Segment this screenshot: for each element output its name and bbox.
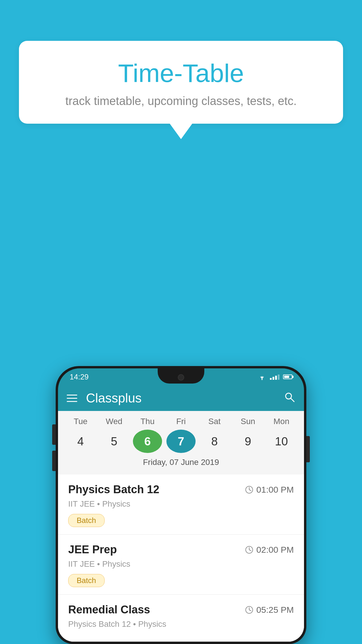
schedule-item-2[interactable]: JEE Prep 02:00 PM IIT JEE • Physics Batc… [58, 535, 304, 595]
wifi-icon [258, 374, 266, 380]
search-icon[interactable] [284, 391, 295, 405]
svg-point-0 [261, 379, 263, 380]
schedule-item-1-category: IIT JEE • Physics [68, 499, 294, 509]
app-header: Classplus [58, 385, 304, 411]
day-header-fri: Fri [166, 417, 196, 426]
bubble-title: Time-Table [34, 58, 328, 88]
svg-line-8 [249, 550, 251, 551]
volume-down-button [52, 451, 56, 471]
volume-up-button [52, 424, 56, 445]
calendar-strip: Tue Wed Thu Fri Sat Sun Mon 4 5 6 7 8 9 … [58, 411, 304, 475]
schedule-item-1-header: Physics Batch 12 01:00 PM [68, 483, 294, 496]
status-time: 14:29 [70, 372, 89, 382]
schedule-item-2-time: 02:00 PM [245, 545, 294, 555]
phone-wrapper: 14:29 [56, 366, 306, 644]
svg-line-5 [249, 490, 251, 491]
schedule-item-3-name: Remedial Class [68, 603, 150, 616]
status-bar: 14:29 [58, 368, 304, 385]
day-headers: Tue Wed Thu Fri Sat Sun Mon [58, 417, 304, 426]
schedule-list: Physics Batch 12 01:00 PM IIT JEE • Phys… [58, 475, 304, 642]
clock-icon-2 [245, 545, 254, 554]
schedule-item-2-category: IIT JEE • Physics [68, 559, 294, 569]
schedule-item-2-batch-tag: Batch [68, 574, 105, 587]
speech-bubble: Time-Table track timetable, upcoming cla… [19, 41, 343, 124]
day-header-wed: Wed [99, 417, 129, 426]
schedule-item-2-header: JEE Prep 02:00 PM [68, 543, 294, 556]
signal-icon [270, 374, 280, 380]
schedule-item-1-time: 01:00 PM [245, 485, 294, 495]
schedule-item-1-batch-tag: Batch [68, 514, 105, 527]
clock-icon-3 [245, 606, 254, 614]
battery-icon [283, 374, 292, 379]
day-header-mon: Mon [267, 417, 296, 426]
speech-bubble-section: Time-Table track timetable, upcoming cla… [19, 41, 343, 139]
clock-icon-1 [245, 485, 254, 494]
bubble-subtitle: track timetable, upcoming classes, tests… [34, 94, 328, 108]
menu-button[interactable] [67, 395, 77, 402]
schedule-item-3[interactable]: Remedial Class 05:25 PM Physics Batch 12… [58, 595, 304, 642]
notch [158, 368, 204, 384]
day-9[interactable]: 9 [233, 430, 263, 453]
schedule-item-3-category: Physics Batch 12 • Physics [68, 620, 294, 629]
phone-frame: 14:29 [56, 366, 306, 644]
day-5[interactable]: 5 [99, 430, 129, 453]
day-header-sun: Sun [233, 417, 263, 426]
day-7-selected[interactable]: 7 [166, 430, 196, 453]
schedule-item-1[interactable]: Physics Batch 12 01:00 PM IIT JEE • Phys… [58, 475, 304, 535]
day-header-thu: Thu [133, 417, 162, 426]
power-button [306, 436, 310, 462]
phone-screen: 14:29 [58, 368, 304, 642]
day-6-today[interactable]: 6 [133, 430, 162, 453]
day-4[interactable]: 4 [66, 430, 95, 453]
camera [178, 374, 184, 381]
day-header-tue: Tue [66, 417, 95, 426]
app-title: Classplus [86, 391, 284, 405]
day-header-sat: Sat [200, 417, 229, 426]
day-numbers: 4 5 6 7 8 9 10 [58, 430, 304, 453]
day-8[interactable]: 8 [200, 430, 229, 453]
status-icons [258, 374, 292, 380]
schedule-item-3-header: Remedial Class 05:25 PM [68, 603, 294, 616]
selected-date-label: Friday, 07 June 2019 [58, 458, 304, 472]
schedule-item-3-time: 05:25 PM [245, 605, 294, 615]
bubble-tail [169, 123, 193, 139]
day-10[interactable]: 10 [267, 430, 296, 453]
svg-line-2 [291, 398, 294, 402]
schedule-item-2-name: JEE Prep [68, 543, 117, 556]
svg-line-11 [249, 610, 251, 611]
schedule-item-1-name: Physics Batch 12 [68, 483, 159, 496]
